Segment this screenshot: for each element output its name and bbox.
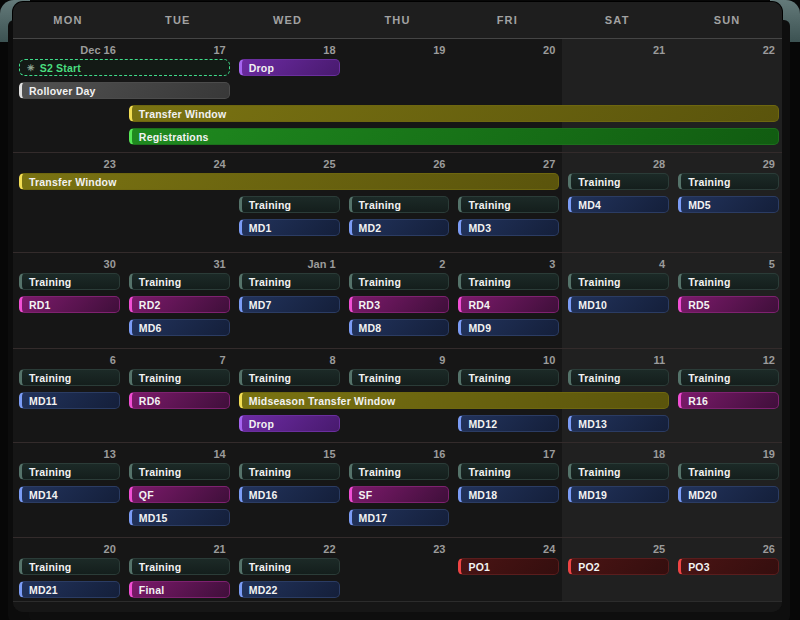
event-chip-cup[interactable]: RD5 (678, 296, 779, 313)
event-chip-po[interactable]: PO3 (678, 558, 779, 575)
event-chip-cup[interactable]: R16 (678, 392, 779, 409)
event-chip-training[interactable]: Training (19, 273, 120, 290)
event-chip-training[interactable]: Training (19, 369, 120, 386)
event-chip-cup[interactable]: Final (129, 581, 230, 598)
event-label: PO1 (468, 561, 490, 573)
event-chip-training[interactable]: Training (678, 369, 779, 386)
week-row-4: 6789101112TrainingTrainingTrainingTraini… (13, 348, 782, 442)
event-chip-md[interactable]: MD22 (239, 581, 340, 598)
day-number: 26 (672, 543, 782, 555)
event-chip-training[interactable]: Training (349, 463, 450, 480)
day-number: 3 (452, 258, 562, 270)
day-number-row: 13141516171819 (13, 443, 782, 460)
event-chip-s2[interactable]: ✳S2 Start (19, 59, 230, 76)
event-chip-training[interactable]: Training (458, 273, 559, 290)
event-chip-md[interactable]: MD2 (349, 219, 450, 236)
event-label: MD13 (578, 418, 607, 430)
week-row-6: 20212223242526TrainingTrainingTrainingPO… (13, 537, 782, 601)
event-chip-training[interactable]: Training (458, 196, 559, 213)
event-chip-md[interactable]: MD11 (19, 392, 120, 409)
event-label: MD10 (578, 299, 607, 311)
event-chip-training[interactable]: Training (568, 369, 669, 386)
event-chip-training[interactable]: Training (239, 196, 340, 213)
event-chip-md[interactable]: MD15 (129, 509, 230, 526)
event-label: Training (578, 276, 620, 288)
event-chip-training[interactable]: Training (349, 369, 450, 386)
event-label: MD14 (29, 489, 58, 501)
event-chip-training[interactable]: Training (678, 463, 779, 480)
event-chip-cup[interactable]: RD4 (458, 296, 559, 313)
event-chip-training[interactable]: Training (568, 463, 669, 480)
day-number: 18 (562, 448, 672, 460)
event-chip-training[interactable]: Training (678, 273, 779, 290)
event-chip-training[interactable]: Training (349, 273, 450, 290)
day-number: 17 (452, 448, 562, 460)
event-chip-training[interactable]: Training (349, 196, 450, 213)
event-chip-md[interactable]: MD8 (349, 319, 450, 336)
event-chip-md[interactable]: MD12 (458, 415, 559, 432)
event-chip-drop[interactable]: Drop (239, 415, 340, 432)
event-chip-training[interactable]: Training (458, 369, 559, 386)
event-chip-md[interactable]: MD10 (568, 296, 669, 313)
event-chip-tw[interactable]: Midseason Transfer Window (239, 392, 669, 409)
event-grid: TrainingTrainingTrainingTrainingTraining… (13, 273, 782, 342)
event-chip-training[interactable]: Training (19, 558, 120, 575)
event-chip-md[interactable]: MD9 (458, 319, 559, 336)
event-chip-training[interactable]: Training (239, 369, 340, 386)
event-chip-training[interactable]: Training (129, 273, 230, 290)
event-chip-md[interactable]: MD6 (129, 319, 230, 336)
event-label: MD7 (249, 299, 272, 311)
event-chip-po[interactable]: PO1 (458, 558, 559, 575)
event-chip-training[interactable]: Training (129, 369, 230, 386)
event-chip-md[interactable]: MD1 (239, 219, 340, 236)
event-chip-cup[interactable]: RD2 (129, 296, 230, 313)
event-chip-reg[interactable]: Registrations (129, 128, 779, 145)
panel-footer (13, 601, 782, 612)
event-chip-md[interactable]: MD19 (568, 486, 669, 503)
event-chip-cup[interactable]: RD3 (349, 296, 450, 313)
event-chip-md[interactable]: MD14 (19, 486, 120, 503)
event-chip-training[interactable]: Training (458, 463, 559, 480)
event-chip-md[interactable]: MD16 (239, 486, 340, 503)
event-chip-md[interactable]: MD7 (239, 296, 340, 313)
event-chip-training[interactable]: Training (129, 463, 230, 480)
event-chip-cup[interactable]: QF (129, 486, 230, 503)
event-chip-tw[interactable]: Transfer Window (19, 173, 559, 190)
event-chip-md[interactable]: MD17 (349, 509, 450, 526)
weekday-label-mon: MON (13, 2, 123, 38)
event-chip-cup[interactable]: RD6 (129, 392, 230, 409)
event-label: Training (688, 176, 730, 188)
event-chip-md[interactable]: MD3 (458, 219, 559, 236)
event-chip-training[interactable]: Training (19, 463, 120, 480)
day-number: 27 (452, 158, 562, 170)
day-number: 8 (233, 354, 343, 366)
event-chip-md[interactable]: MD5 (678, 196, 779, 213)
event-label: Training (139, 372, 181, 384)
event-chip-cup[interactable]: SF (349, 486, 450, 503)
event-chip-rollover[interactable]: Rollover Day (19, 82, 230, 99)
event-chip-md[interactable]: MD13 (568, 415, 669, 432)
event-label: RD4 (468, 299, 490, 311)
event-label: Training (688, 276, 730, 288)
event-chip-training[interactable]: Training (568, 173, 669, 190)
event-chip-md[interactable]: MD20 (678, 486, 779, 503)
event-chip-training[interactable]: Training (239, 463, 340, 480)
day-number: 26 (343, 158, 453, 170)
event-label: Training (468, 199, 510, 211)
event-chip-training[interactable]: Training (129, 558, 230, 575)
event-chip-training[interactable]: Training (568, 273, 669, 290)
event-chip-training[interactable]: Training (678, 173, 779, 190)
event-chip-md[interactable]: MD4 (568, 196, 669, 213)
event-chip-training[interactable]: Training (239, 558, 340, 575)
day-number: 29 (672, 158, 782, 170)
event-chip-cup[interactable]: RD1 (19, 296, 120, 313)
week-row-1: Dec 16171819202122✳S2 StartDropRollover … (13, 39, 782, 152)
event-label: MD19 (578, 489, 607, 501)
event-chip-tw[interactable]: Transfer Window (129, 105, 779, 122)
event-chip-drop[interactable]: Drop (239, 59, 340, 76)
event-label: Training (29, 372, 71, 384)
event-chip-md[interactable]: MD21 (19, 581, 120, 598)
event-chip-md[interactable]: MD18 (458, 486, 559, 503)
event-chip-po[interactable]: PO2 (568, 558, 669, 575)
event-chip-training[interactable]: Training (239, 273, 340, 290)
